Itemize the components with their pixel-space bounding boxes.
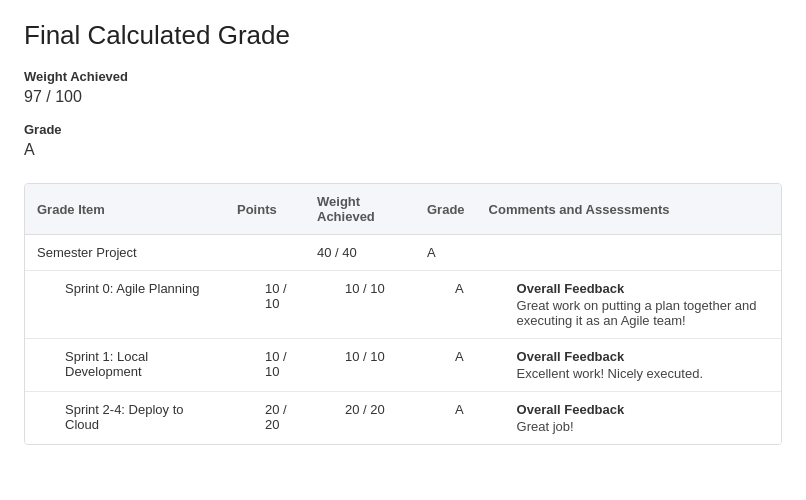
cell-weight: 40 / 40 — [305, 235, 415, 271]
weight-achieved-value: 97 / 100 — [24, 88, 782, 106]
comment-text: Great job! — [517, 419, 769, 434]
header-points: Points — [225, 184, 305, 235]
cell-grade-item: Sprint 0: Agile Planning — [25, 271, 225, 339]
cell-grade-item: Semester Project — [25, 235, 225, 271]
cell-grade: A — [415, 392, 477, 445]
cell-grade-item: Sprint 2-4: Deploy to Cloud — [25, 392, 225, 445]
grades-table: Grade Item Points Weight Achieved Grade … — [25, 184, 781, 444]
cell-points — [225, 235, 305, 271]
cell-grade: A — [415, 271, 477, 339]
header-comments: Comments and Assessments — [477, 184, 781, 235]
cell-comments — [477, 235, 781, 271]
grades-table-container: Grade Item Points Weight Achieved Grade … — [24, 183, 782, 445]
cell-comments: Overall FeedbackGreat work on putting a … — [477, 271, 781, 339]
table-header-row: Grade Item Points Weight Achieved Grade … — [25, 184, 781, 235]
cell-weight: 10 / 10 — [305, 339, 415, 392]
comment-title: Overall Feedback — [517, 281, 769, 296]
comment-text: Great work on putting a plan together an… — [517, 298, 769, 328]
comment-title: Overall Feedback — [517, 402, 769, 417]
cell-points: 20 / 20 — [225, 392, 305, 445]
cell-grade: A — [415, 235, 477, 271]
table-row: Sprint 2-4: Deploy to Cloud20 / 2020 / 2… — [25, 392, 781, 445]
table-row: Sprint 0: Agile Planning10 / 1010 / 10AO… — [25, 271, 781, 339]
comment-title: Overall Feedback — [517, 349, 769, 364]
cell-grade-item: Sprint 1: Local Development — [25, 339, 225, 392]
cell-points: 10 / 10 — [225, 339, 305, 392]
cell-weight: 20 / 20 — [305, 392, 415, 445]
cell-comments: Overall FeedbackGreat job! — [477, 392, 781, 445]
weight-achieved-label: Weight Achieved — [24, 69, 782, 84]
header-grade: Grade — [415, 184, 477, 235]
cell-points: 10 / 10 — [225, 271, 305, 339]
page-title: Final Calculated Grade — [24, 20, 782, 51]
cell-comments: Overall FeedbackExcellent work! Nicely e… — [477, 339, 781, 392]
header-weight-achieved: Weight Achieved — [305, 184, 415, 235]
grade-label: Grade — [24, 122, 782, 137]
grade-value: A — [24, 141, 782, 159]
table-row: Sprint 1: Local Development10 / 1010 / 1… — [25, 339, 781, 392]
header-grade-item: Grade Item — [25, 184, 225, 235]
cell-grade: A — [415, 339, 477, 392]
comment-text: Excellent work! Nicely executed. — [517, 366, 769, 381]
table-row: Semester Project40 / 40A — [25, 235, 781, 271]
cell-weight: 10 / 10 — [305, 271, 415, 339]
